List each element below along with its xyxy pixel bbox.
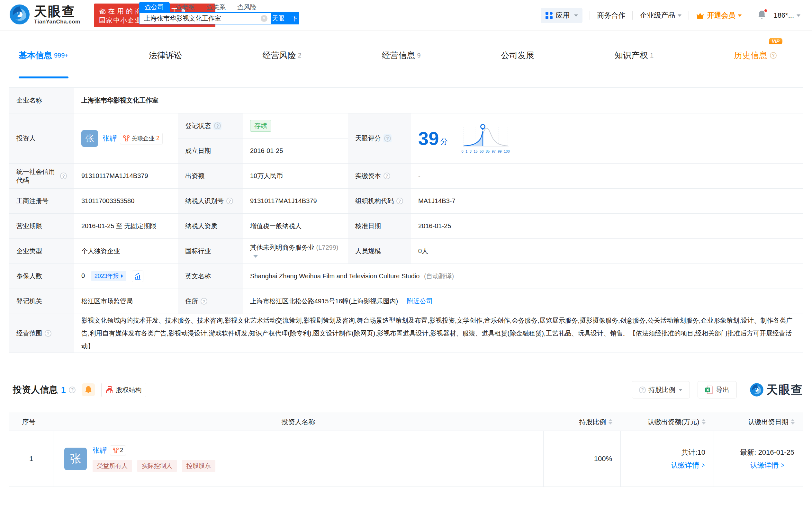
- menu-business-coop[interactable]: 商务合作: [597, 11, 625, 20]
- top-menu: 应用 商务合作 企业级产品 开通会员 186*...: [541, 0, 800, 31]
- related-graph-icon: [123, 135, 130, 142]
- insured-count-value: 0: [81, 272, 85, 279]
- user-phone-menu[interactable]: 186*...: [773, 11, 800, 19]
- sort-icons[interactable]: [791, 419, 795, 424]
- related-companies-badge[interactable]: 2: [110, 445, 126, 455]
- tag-controlling-shareholder[interactable]: 控股股东: [182, 460, 215, 472]
- equity-structure-button[interactable]: 股权结构: [101, 383, 146, 397]
- investor-name-link[interactable]: 张韡: [103, 134, 117, 143]
- trend-chart-icon: [134, 273, 141, 280]
- help-icon[interactable]: ?: [214, 122, 221, 130]
- label-uscc: 统一社会信用代码 ?: [9, 164, 74, 189]
- tab-operating-info[interactable]: 经营信息 9: [381, 31, 420, 80]
- help-icon[interactable]: ?: [770, 52, 777, 59]
- monitor-bell-button[interactable]: [82, 383, 95, 396]
- subscription-detail-link[interactable]: 认缴详情 >: [750, 461, 785, 469]
- tianyancha-logo-icon: [750, 383, 764, 397]
- label-tax-id: 纳税人识别号 ?: [178, 189, 243, 214]
- score-axis-ticks: 0131550859799100: [462, 149, 510, 153]
- vip-badge: VIP: [769, 38, 782, 44]
- sort-icons[interactable]: [702, 419, 706, 424]
- col-header-investor-name: 投资人名称: [53, 413, 543, 431]
- search-tab-company[interactable]: 查公司: [139, 2, 170, 12]
- label-reg-authority: 登记机关: [9, 289, 74, 314]
- tab-operating-risk[interactable]: 经营风险 2: [263, 31, 302, 80]
- help-icon[interactable]: ?: [69, 386, 75, 393]
- company-name-value: 上海张韦华影视文化工作室: [74, 88, 803, 114]
- help-icon[interactable]: ?: [383, 173, 390, 179]
- label-company-name: 企业名称: [9, 88, 74, 114]
- label-capital: 出资额: [178, 164, 243, 189]
- tag-actual-controller[interactable]: 实际控制人: [137, 460, 177, 472]
- logo-domain-text: TianYanCha.com: [34, 19, 81, 25]
- investors-count: 1: [61, 385, 66, 395]
- label-address: 住所 ?: [178, 289, 243, 314]
- help-icon: ?: [639, 386, 646, 393]
- tab-history-info[interactable]: 历史信息 ? VIP: [734, 31, 777, 80]
- tab-basic-info[interactable]: 基本信息 999+: [19, 31, 69, 80]
- export-button[interactable]: 导出: [698, 381, 737, 398]
- label-tyc-score: 天眼评分 ?: [348, 114, 411, 164]
- help-icon[interactable]: ?: [60, 173, 67, 179]
- logo-brand-text: 天眼查: [34, 4, 81, 19]
- crown-icon: [696, 12, 704, 19]
- col-header-subscribed-date[interactable]: 认缴出资日期: [714, 413, 803, 431]
- label-approve-date: 核准日期: [348, 214, 411, 239]
- apps-menu[interactable]: 应用: [541, 8, 582, 23]
- search-tab-boss[interactable]: 查老板: [170, 2, 201, 12]
- investor-avatar[interactable]: 张: [81, 130, 98, 147]
- reg-authority-value: 松江区市场监管局: [74, 289, 178, 314]
- search-tab-risk[interactable]: 查风险: [231, 2, 262, 12]
- row-index: 1: [9, 431, 53, 487]
- help-icon[interactable]: ?: [383, 134, 392, 142]
- label-paid-capital: 实缴资本 ?: [348, 164, 411, 189]
- org-chart-icon: [106, 386, 113, 393]
- tax-id-value: 91310117MA1J14B379: [243, 189, 348, 214]
- help-icon[interactable]: ?: [396, 197, 403, 204]
- subscription-detail-link[interactable]: 认缴详情 >: [671, 461, 705, 469]
- col-header-ratio[interactable]: 持股比例: [543, 413, 621, 431]
- chevron-down-icon: [678, 14, 681, 17]
- notification-bell[interactable]: [757, 10, 766, 21]
- help-icon[interactable]: ?: [45, 330, 52, 337]
- sort-icons[interactable]: [609, 419, 612, 424]
- tab-company-development[interactable]: 公司发展: [501, 31, 534, 80]
- company-type-value: 个人独资企业: [74, 239, 178, 264]
- col-header-subscribed-amount[interactable]: 认缴出资额(万元): [621, 413, 714, 431]
- apps-label: 应用: [555, 11, 570, 20]
- help-icon[interactable]: ?: [201, 298, 207, 305]
- clear-search-icon[interactable]: ×: [261, 15, 267, 22]
- industry-value[interactable]: 其他未列明商务服务业 (L7299): [243, 239, 348, 264]
- nearby-companies-link[interactable]: 附近公司: [407, 297, 433, 305]
- help-icon[interactable]: ?: [226, 197, 233, 204]
- menu-open-vip[interactable]: 开通会员: [696, 11, 742, 20]
- label-est-date: 成立日期: [178, 138, 243, 164]
- tianyancha-logo[interactable]: 天眼查 TianYanCha.com: [9, 4, 81, 25]
- reg-status-value: 存续: [243, 114, 348, 138]
- tab-intellectual-property[interactable]: 知识产权 1: [614, 31, 653, 80]
- annual-report-badge[interactable]: 2023年报: [91, 271, 126, 281]
- business-scope-value: 影视文化领域内的技术开发、技术服务、技术咨询,影视文化艺术活动交流策划,影视剧策…: [74, 314, 803, 353]
- investor-name-cell: 张 张韡 2: [53, 431, 543, 487]
- shareholding-ratio-filter[interactable]: ? 持股比例: [632, 381, 690, 398]
- label-org-code: 组织机构代码 ?: [348, 189, 411, 214]
- label-reg-number: 工商注册号: [9, 189, 74, 214]
- investor-name-link[interactable]: 张韡: [92, 446, 107, 455]
- insured-trend-button[interactable]: [132, 270, 143, 282]
- menu-enterprise-product[interactable]: 企业级产品: [640, 11, 681, 20]
- tab-lawsuit[interactable]: 法律诉讼: [149, 31, 182, 80]
- search-button[interactable]: 天眼一下: [271, 12, 299, 25]
- tianyancha-watermark: 天眼查: [750, 382, 803, 398]
- score-distribution-chart: 0131550859799100: [462, 124, 510, 153]
- label-insured-count: 参保人数: [9, 264, 74, 289]
- tyc-score-cell[interactable]: 39 分: [411, 114, 803, 164]
- investor-avatar[interactable]: 张: [64, 448, 87, 470]
- investors-section-header: 投资人信息 1 ? 股权结构 ? 持股比例 导出: [13, 381, 803, 398]
- label-staff-size: 人员规模: [348, 239, 411, 264]
- related-companies-badge[interactable]: 关联企业 2: [120, 133, 163, 144]
- bell-icon: [85, 385, 92, 394]
- search-input[interactable]: [140, 13, 261, 24]
- tag-beneficial-owner[interactable]: 受益所有人: [92, 460, 132, 472]
- uscc-value: 91310117MA1J14B379: [74, 164, 178, 189]
- search-tab-relation[interactable]: 查关系: [201, 2, 231, 12]
